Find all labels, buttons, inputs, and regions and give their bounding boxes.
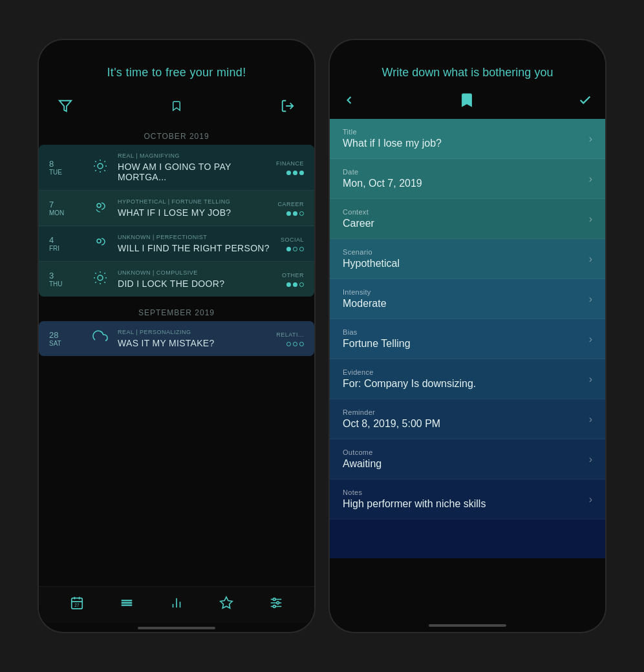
- svg-line-6: [104, 170, 105, 171]
- detail-row-bias[interactable]: Bias Fortune Telling ›: [330, 319, 605, 359]
- svg-line-20: [95, 282, 96, 282]
- detail-header: Write down what is bothering you: [330, 40, 605, 86]
- item-right: RELATI...: [276, 331, 304, 346]
- section-october: OCTOBER 2019: [39, 127, 314, 145]
- phone-detail: Write down what is bothering you: [328, 39, 606, 633]
- list-toolbar: [39, 86, 314, 127]
- item-date: 8 TUE: [49, 159, 83, 176]
- detail-row-date[interactable]: Date Mon, Oct 7, 2019 ›: [330, 159, 605, 199]
- item-date: 3 THU: [49, 271, 83, 288]
- calendar-nav-icon[interactable]: 27: [70, 596, 84, 610]
- svg-point-45: [274, 605, 276, 608]
- detail-list: Title What if I lose my job? › Date Mon,…: [330, 116, 605, 618]
- svg-line-5: [95, 161, 96, 162]
- item-body: REAL | PERSONALIZING WAS IT MY MISTAKE?: [118, 329, 268, 348]
- svg-point-11: [97, 204, 101, 207]
- bookmark-icon[interactable]: [171, 99, 182, 117]
- detail-row-context[interactable]: Context Career ›: [330, 199, 605, 239]
- list-header-title: It's time to free your mind!: [107, 66, 246, 79]
- item-body: HYPOTHETICAL | FORTUNE TELLING WHAT IF I…: [118, 198, 270, 218]
- stats-nav-icon[interactable]: [169, 596, 184, 610]
- svg-point-44: [277, 602, 279, 604]
- svg-line-18: [95, 273, 96, 273]
- svg-point-12: [97, 239, 101, 243]
- list-item[interactable]: 8 TUE: [39, 145, 314, 191]
- chevron-right-icon: ›: [589, 173, 592, 185]
- chevron-right-icon: ›: [589, 213, 592, 225]
- item-right: CAREER: [277, 201, 304, 216]
- chevron-right-icon: ›: [589, 454, 592, 465]
- chevron-right-icon: ›: [589, 253, 592, 265]
- detail-navbar: [330, 86, 605, 116]
- item-body: UNKNOWN | COMPULSIVE DID I LOCK THE DOOR…: [118, 269, 274, 289]
- home-bar: [138, 627, 215, 629]
- item-body: REAL | MAGNIFYING HOW AM I GOING TO PAY …: [118, 152, 268, 182]
- list-item[interactable]: 4 FRI UNKNOWN | PERFECTIONIST WILL I FIN…: [39, 226, 314, 262]
- detail-row-scenario[interactable]: Scenario Hypothetical ›: [330, 239, 605, 279]
- chevron-right-icon: ›: [589, 133, 592, 145]
- favorites-nav-icon[interactable]: [219, 596, 233, 610]
- settings-nav-icon[interactable]: [269, 596, 283, 610]
- weather-icon: [91, 235, 110, 253]
- list-item[interactable]: 7 MON HYPOTHETICAL | FORTUNE TELLING WHA…: [39, 191, 314, 226]
- svg-line-9: [95, 170, 96, 171]
- svg-point-43: [274, 598, 276, 601]
- svg-line-21: [104, 273, 105, 273]
- detail-home-bar: [429, 624, 506, 627]
- detail-bookmark-icon[interactable]: [460, 92, 473, 111]
- item-right: OTHER: [282, 272, 304, 287]
- september-list: 28 SAT: [39, 321, 314, 356]
- chevron-right-icon: ›: [589, 373, 592, 385]
- chevron-right-icon: ›: [589, 414, 592, 425]
- section-september: SEPTEMBER 2019: [39, 303, 314, 321]
- phone-list: It's time to free your mind!: [38, 39, 316, 633]
- item-right: FINANCE: [276, 160, 304, 175]
- svg-point-2: [98, 163, 103, 169]
- detail-header-title: Write down what is bothering you: [382, 66, 553, 79]
- export-icon[interactable]: [281, 99, 295, 117]
- svg-line-10: [104, 161, 105, 162]
- chevron-right-icon: ›: [589, 293, 592, 305]
- list-item[interactable]: 3 THU: [39, 262, 314, 297]
- back-button[interactable]: [343, 94, 356, 110]
- item-right: SOCIAL: [281, 236, 304, 251]
- item-date: 4 FRI: [49, 235, 83, 252]
- detail-row-title[interactable]: Title What if I lose my job? ›: [330, 119, 605, 159]
- list-nav-icon[interactable]: [120, 596, 134, 610]
- october-list: 8 TUE: [39, 145, 314, 297]
- chevron-right-icon: ›: [589, 333, 592, 345]
- chevron-right-icon: ›: [589, 494, 592, 505]
- weather-icon: [91, 199, 110, 218]
- list-item[interactable]: 28 SAT: [39, 321, 314, 356]
- detail-row-evidence[interactable]: Evidence For: Company Is downsizing. ›: [330, 359, 605, 399]
- item-date: 7 MON: [49, 200, 83, 216]
- save-button[interactable]: [578, 93, 592, 111]
- detail-row-intensity[interactable]: Intensity Moderate ›: [330, 279, 605, 319]
- detail-row-outcome[interactable]: Outcome Awaiting ›: [330, 439, 605, 479]
- weather-icon: [91, 270, 110, 289]
- list-header: It's time to free your mind!: [39, 40, 314, 86]
- weather-icon: [91, 158, 110, 177]
- svg-marker-0: [59, 101, 71, 112]
- svg-point-13: [98, 275, 103, 280]
- detail-footer-space: [330, 520, 605, 558]
- item-date: 28 SAT: [49, 330, 83, 347]
- detail-row-notes[interactable]: Notes High performer with niche skills ›: [330, 479, 605, 520]
- filter-icon[interactable]: [58, 99, 72, 117]
- item-body: UNKNOWN | PERFECTIONIST WILL I FIND THE …: [118, 234, 273, 253]
- svg-text:27: 27: [74, 603, 80, 607]
- detail-row-reminder[interactable]: Reminder Oct 8, 2019, 5:00 PM ›: [330, 399, 605, 439]
- svg-marker-39: [220, 597, 232, 608]
- weather-icon: [91, 330, 110, 348]
- bottom-nav: 27: [39, 586, 314, 623]
- svg-line-19: [104, 282, 105, 282]
